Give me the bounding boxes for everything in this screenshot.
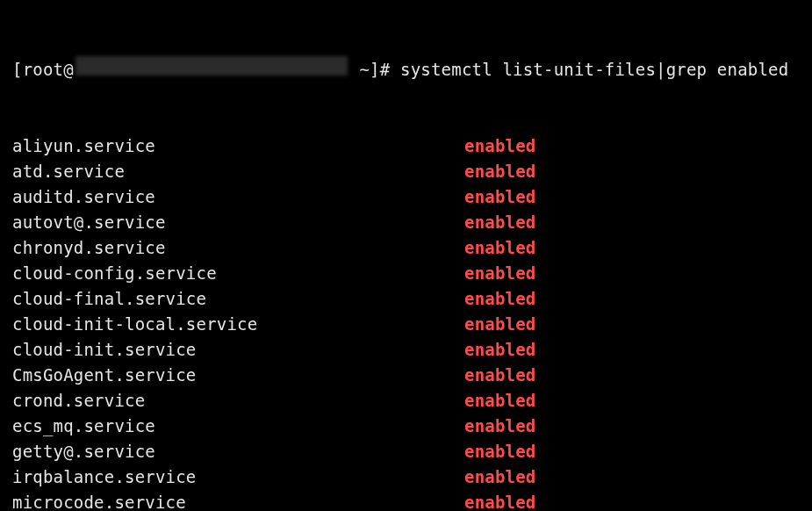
unit-name: cloud-final.service	[12, 286, 464, 312]
output-row: ecs_mq.serviceenabled	[12, 414, 803, 439]
output-row: cloud-final.serviceenabled	[12, 286, 803, 312]
unit-name: crond.service	[12, 388, 464, 414]
unit-name: irqbalance.service	[12, 464, 464, 490]
unit-state: enabled	[464, 388, 535, 414]
hostname-redacted	[75, 56, 348, 76]
unit-state: enabled	[464, 261, 535, 286]
unit-name: cloud-init.service	[12, 337, 464, 363]
output-row: crond.serviceenabled	[12, 388, 803, 414]
terminal[interactable]: [root@ ~]# systemctl list-unit-files|gre…	[0, 0, 812, 511]
output-row: atd.serviceenabled	[12, 159, 803, 184]
unit-name: cloud-init-local.service	[12, 312, 464, 337]
output-row: autovt@.serviceenabled	[12, 210, 803, 235]
unit-state: enabled	[464, 184, 535, 210]
output-row: cloud-init-local.serviceenabled	[12, 312, 803, 337]
unit-state: enabled	[464, 235, 535, 261]
unit-state: enabled	[464, 337, 535, 363]
unit-name: ecs_mq.service	[12, 414, 464, 439]
output-rows: aliyun.serviceenabledatd.serviceenableda…	[12, 133, 803, 511]
output-row: getty@.serviceenabled	[12, 439, 803, 464]
unit-state: enabled	[464, 210, 535, 235]
unit-state: enabled	[464, 286, 535, 312]
unit-name: auditd.service	[12, 184, 464, 210]
unit-state: enabled	[464, 312, 535, 337]
unit-name: getty@.service	[12, 439, 464, 464]
output-row: cloud-config.serviceenabled	[12, 261, 803, 286]
prompt-tail: ~]#	[349, 57, 400, 83]
unit-state: enabled	[464, 133, 535, 159]
output-row: CmsGoAgent.serviceenabled	[12, 363, 803, 388]
prompt-line: [root@ ~]# systemctl list-unit-files|gre…	[12, 56, 803, 83]
unit-state: enabled	[464, 159, 535, 184]
unit-state: enabled	[464, 439, 535, 464]
unit-name: microcode.service	[12, 490, 464, 511]
output-row: aliyun.serviceenabled	[12, 133, 803, 159]
unit-state: enabled	[464, 464, 535, 490]
unit-name: CmsGoAgent.service	[12, 363, 464, 388]
command-text: systemctl list-unit-files|grep enabled	[400, 57, 788, 83]
output-row: irqbalance.serviceenabled	[12, 464, 803, 490]
output-row: microcode.serviceenabled	[12, 490, 803, 511]
unit-name: cloud-config.service	[12, 261, 464, 286]
prompt-user: [root@	[12, 57, 74, 83]
unit-name: chronyd.service	[12, 235, 464, 261]
unit-state: enabled	[464, 490, 535, 511]
unit-name: atd.service	[12, 159, 464, 184]
unit-state: enabled	[464, 363, 535, 388]
unit-state: enabled	[464, 414, 535, 439]
output-row: chronyd.serviceenabled	[12, 235, 803, 261]
unit-name: aliyun.service	[12, 133, 464, 159]
output-row: auditd.serviceenabled	[12, 184, 803, 210]
unit-name: autovt@.service	[12, 210, 464, 235]
output-row: cloud-init.serviceenabled	[12, 337, 803, 363]
